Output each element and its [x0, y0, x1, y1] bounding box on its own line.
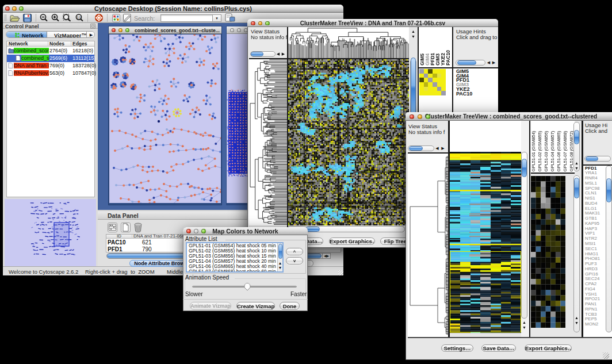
svg-text:1:1: 1:1 [77, 16, 81, 19]
